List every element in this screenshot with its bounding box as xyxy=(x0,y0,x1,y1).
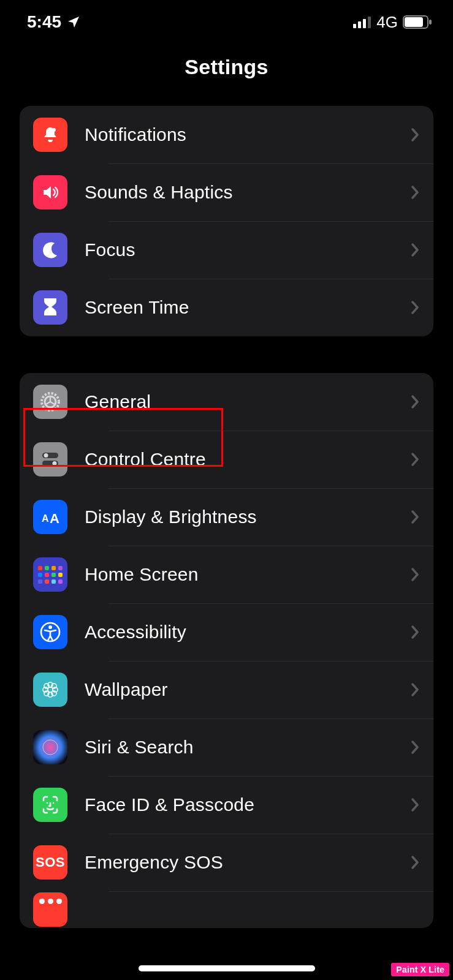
settings-row-faceid[interactable]: Face ID & Passcode xyxy=(20,776,433,834)
svg-point-27 xyxy=(43,740,58,755)
svg-text:A: A xyxy=(50,511,59,526)
svg-rect-1 xyxy=(358,21,361,28)
chevron-right-icon xyxy=(410,854,420,870)
row-label: Siri & Search xyxy=(85,737,410,758)
svg-point-29 xyxy=(53,802,55,804)
status-time: 5:45 xyxy=(27,12,61,32)
chevron-right-icon xyxy=(410,300,420,315)
settings-group-2: General Control Centre AA Display & Brig… xyxy=(20,373,433,928)
chevron-right-icon xyxy=(410,624,420,640)
sos-icon-text: SOS xyxy=(36,854,65,870)
header: Settings xyxy=(0,38,453,106)
settings-row-exposure[interactable] xyxy=(20,891,433,928)
network-type-label: 4G xyxy=(376,13,398,32)
watermark-badge: Paint X Lite xyxy=(391,963,449,976)
settings-row-general[interactable]: General xyxy=(20,373,433,431)
status-bar: 5:45 4G xyxy=(0,0,453,38)
svg-point-13 xyxy=(53,461,57,466)
settings-row-siri[interactable]: Siri & Search xyxy=(20,718,433,776)
chevron-right-icon xyxy=(410,394,420,410)
settings-row-sounds[interactable]: Sounds & Haptics xyxy=(20,164,433,221)
settings-row-wallpaper[interactable]: Wallpaper xyxy=(20,661,433,718)
control-centre-icon xyxy=(33,442,67,477)
row-label: Emergency SOS xyxy=(85,852,410,873)
sos-icon: SOS xyxy=(33,845,67,880)
row-label: Control Centre xyxy=(85,449,410,470)
wallpaper-icon xyxy=(33,673,67,707)
chevron-right-icon xyxy=(410,509,420,525)
row-label: General xyxy=(85,391,410,412)
settings-row-focus[interactable]: Focus xyxy=(20,221,433,279)
svg-point-7 xyxy=(52,128,56,132)
svg-rect-6 xyxy=(429,20,432,24)
row-label: Display & Brightness xyxy=(85,507,410,527)
chevron-right-icon xyxy=(410,739,420,755)
row-label: Focus xyxy=(85,239,410,260)
general-icon xyxy=(33,385,67,419)
row-label: Notifications xyxy=(85,124,410,145)
status-right: 4G xyxy=(353,13,432,32)
siri-icon xyxy=(33,730,67,764)
cellular-signal-icon xyxy=(353,16,371,28)
chevron-right-icon xyxy=(410,127,420,143)
row-label: Home Screen xyxy=(85,564,410,585)
settings-row-accessibility[interactable]: Accessibility xyxy=(20,603,433,661)
svg-point-11 xyxy=(44,453,48,458)
svg-point-28 xyxy=(47,802,48,804)
page-title: Settings xyxy=(0,55,453,79)
row-label: Accessibility xyxy=(85,622,410,643)
settings-row-notifications[interactable]: Notifications xyxy=(20,106,433,164)
row-label: Screen Time xyxy=(85,297,410,318)
chevron-right-icon xyxy=(410,682,420,698)
focus-icon xyxy=(33,233,67,267)
settings-row-screentime[interactable]: Screen Time xyxy=(20,279,433,336)
row-label: Face ID & Passcode xyxy=(85,794,410,815)
faceid-icon xyxy=(33,788,67,822)
chevron-right-icon xyxy=(410,184,420,200)
settings-row-controlcentre[interactable]: Control Centre xyxy=(20,431,433,488)
home-indicator[interactable] xyxy=(139,965,315,971)
location-icon xyxy=(66,15,81,29)
chevron-right-icon xyxy=(410,797,420,813)
battery-icon xyxy=(403,15,432,29)
row-label: Sounds & Haptics xyxy=(85,182,410,203)
svg-rect-5 xyxy=(405,17,423,27)
chevron-right-icon xyxy=(410,242,420,258)
home-screen-icon xyxy=(33,557,67,592)
settings-row-homescreen[interactable]: Home Screen xyxy=(20,546,433,603)
sounds-icon xyxy=(33,175,67,209)
screentime-icon xyxy=(33,290,67,325)
svg-text:A: A xyxy=(42,513,49,524)
settings-group-1: Notifications Sounds & Haptics Focus Scr… xyxy=(20,106,433,336)
svg-point-17 xyxy=(48,625,52,629)
display-brightness-icon: AA xyxy=(33,500,67,534)
accessibility-icon xyxy=(33,615,67,649)
row-label: Wallpaper xyxy=(85,679,410,700)
status-left: 5:45 xyxy=(27,12,81,32)
content: Notifications Sounds & Haptics Focus Scr… xyxy=(0,106,453,928)
exposure-icon xyxy=(33,892,67,927)
svg-rect-3 xyxy=(368,17,371,28)
svg-rect-2 xyxy=(363,19,366,28)
chevron-right-icon xyxy=(410,451,420,467)
svg-rect-0 xyxy=(353,24,356,28)
settings-row-display[interactable]: AA Display & Brightness xyxy=(20,488,433,546)
notifications-icon xyxy=(33,118,67,152)
chevron-right-icon xyxy=(410,567,420,582)
settings-row-sos[interactable]: SOS Emergency SOS xyxy=(20,834,433,891)
